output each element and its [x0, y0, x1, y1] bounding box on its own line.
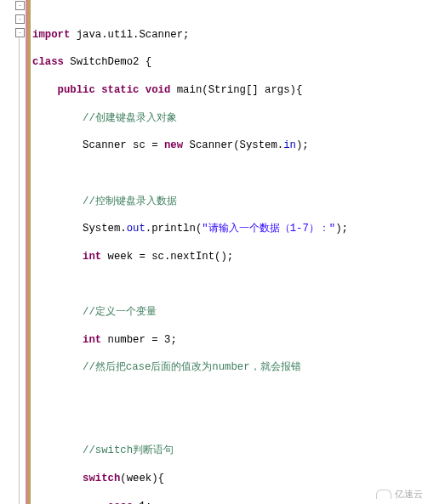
code-line[interactable]: int number = 3; — [32, 333, 428, 347]
code-line[interactable]: System.out.println("请输入一个数据（1-7）："); — [32, 222, 428, 235]
code-area[interactable]: import java.util.Scanner; class SwitchDe… — [32, 0, 428, 504]
string: "请输入一个数据（1-7）：" — [202, 223, 335, 235]
code-line[interactable] — [32, 277, 428, 291]
code-text: System. — [83, 223, 127, 235]
indent — [32, 251, 83, 263]
comment: //然后把case后面的值改为number，就会报错 — [83, 361, 301, 373]
change-marker — [28, 0, 31, 504]
indent — [32, 195, 83, 207]
code-text: main(String[] args){ — [170, 84, 302, 96]
keyword: public static void — [58, 84, 171, 96]
gutter — [0, 0, 16, 504]
fold-toggle-icon[interactable]: - — [15, 14, 25, 24]
indent — [32, 223, 83, 235]
code-text: Scanner(System. — [183, 139, 283, 151]
code-line[interactable]: //定义一个变量 — [32, 305, 428, 319]
indent — [32, 112, 83, 124]
keyword: class — [32, 56, 64, 68]
code-text: week = sc.nextInt(); — [101, 251, 233, 263]
code-line[interactable]: //控制键盘录入数据 — [32, 195, 428, 208]
code-text: SwitchDemo2 { — [64, 56, 151, 68]
code-line[interactable]: //创建键盘录入对象 — [32, 111, 428, 125]
code-text: java.util.Scanner; — [70, 29, 189, 41]
code-text: ; — [170, 334, 176, 346]
code-line[interactable]: public static void main(String[] args){ — [32, 83, 428, 97]
number: 1 — [139, 501, 145, 504]
code-text: Scanner sc = — [83, 139, 164, 151]
code-line[interactable]: import java.util.Scanner; — [32, 28, 428, 42]
code-line[interactable]: case 1: — [32, 500, 428, 504]
fold-toggle-icon[interactable]: - — [15, 28, 25, 37]
code-editor[interactable]: - - - import java.util.Scanner; class Sw… — [0, 0, 428, 504]
field: in — [283, 139, 296, 151]
comment: //控制键盘录入数据 — [83, 195, 177, 207]
code-line[interactable] — [32, 388, 428, 402]
fold-toggle-icon[interactable]: - — [15, 1, 25, 10]
code-text: (week){ — [120, 473, 164, 484]
indent — [32, 306, 83, 318]
code-line[interactable] — [32, 167, 428, 180]
field: out — [127, 223, 146, 235]
keyword: import — [32, 29, 70, 41]
code-line[interactable]: Scanner sc = new Scanner(System.in); — [32, 139, 428, 152]
comment: //定义一个变量 — [83, 306, 157, 318]
code-line[interactable]: int week = sc.nextInt(); — [32, 250, 428, 263]
indent — [32, 445, 83, 456]
keyword: new — [164, 139, 183, 151]
code-line[interactable]: //然后把case后面的值改为number，就会报错 — [32, 360, 428, 374]
keyword: switch — [83, 473, 120, 484]
comment: //switch判断语句 — [83, 445, 174, 456]
indent — [32, 139, 83, 151]
keyword: int — [83, 334, 101, 346]
code-line[interactable] — [32, 416, 428, 430]
indent — [32, 334, 83, 346]
indent — [32, 501, 108, 504]
code-line[interactable]: //switch判断语句 — [32, 444, 428, 457]
code-text: ); — [335, 223, 348, 235]
fold-rail — [19, 38, 20, 504]
indent — [32, 361, 83, 373]
code-text: number = — [101, 334, 164, 346]
keyword: int — [83, 251, 101, 263]
indent — [32, 84, 58, 96]
indent — [32, 473, 83, 484]
code-text: .println( — [146, 223, 202, 235]
code-text: : — [146, 501, 151, 504]
keyword: case — [108, 501, 134, 504]
code-line[interactable]: class SwitchDemo2 { — [32, 55, 428, 69]
code-text: ); — [296, 139, 309, 151]
comment: //创建键盘录入对象 — [83, 112, 177, 124]
fold-strip: - - - — [15, 0, 26, 504]
code-line[interactable]: switch(week){ — [32, 472, 428, 485]
